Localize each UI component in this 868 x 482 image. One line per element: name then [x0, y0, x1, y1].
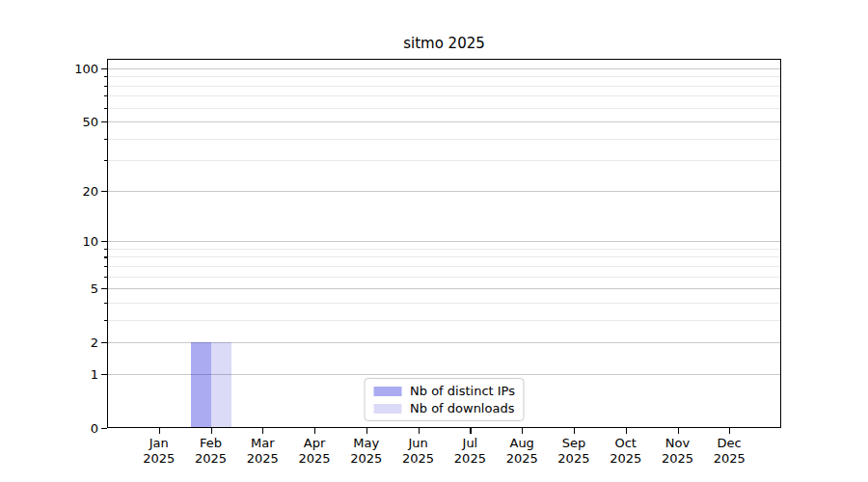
x-tick-mark [678, 428, 679, 434]
x-tick-label: Jul 2025 [441, 436, 499, 467]
x-tick-mark [419, 428, 420, 434]
x-tick-label: Oct 2025 [597, 436, 655, 467]
legend-item: Nb of distinct IPs [373, 384, 515, 398]
x-tick-mark [314, 428, 315, 434]
y-tick-label: 20 [0, 183, 98, 200]
x-tick-mark [522, 428, 523, 434]
y-tick-label: 1 [0, 366, 98, 383]
download-stats-chart: sitmo 2025 Nb of distinct IPsNb of downl… [0, 0, 868, 482]
x-tick-mark [159, 428, 160, 434]
bar-nb-of-downloads [211, 342, 231, 428]
x-tick-label: Sep 2025 [545, 436, 603, 467]
x-tick-mark [211, 428, 212, 434]
y-tick-label: 100 [0, 61, 98, 77]
x-tick-label: Jun 2025 [390, 436, 448, 467]
legend-label: Nb of downloads [410, 401, 514, 415]
x-tick-label: Feb 2025 [182, 436, 240, 467]
y-tick-mark [101, 428, 107, 429]
plot-area: Nb of distinct IPsNb of downloads [107, 59, 781, 428]
x-tick-mark [729, 428, 730, 434]
bar-nb-of-distinct-ips [191, 342, 211, 428]
x-tick-mark [470, 428, 471, 434]
x-tick-mark [366, 428, 367, 434]
x-tick-label: Jan 2025 [130, 436, 188, 467]
x-tick-label: Dec 2025 [700, 436, 758, 467]
y-tick-label: 2 [0, 335, 98, 351]
x-tick-label: Mar 2025 [233, 436, 291, 467]
x-tick-mark [626, 428, 627, 434]
y-tick-label: 50 [0, 114, 98, 130]
legend-label: Nb of distinct IPs [410, 384, 515, 398]
legend-swatch [373, 404, 401, 414]
bars-layer [107, 59, 781, 428]
x-tick-label: Aug 2025 [493, 436, 551, 467]
x-tick-mark [574, 428, 575, 434]
legend-item: Nb of downloads [373, 401, 515, 415]
x-tick-label: Nov 2025 [649, 436, 707, 467]
legend-swatch [373, 387, 401, 396]
y-tick-label: 5 [0, 281, 98, 297]
chart-title: sitmo 2025 [107, 35, 781, 52]
x-tick-label: May 2025 [338, 436, 395, 467]
y-tick-label: 0 [0, 420, 98, 437]
y-tick-label: 10 [0, 233, 98, 250]
x-tick-mark [262, 428, 263, 434]
legend: Nb of distinct IPsNb of downloads [364, 378, 525, 421]
x-tick-label: Apr 2025 [285, 436, 343, 467]
